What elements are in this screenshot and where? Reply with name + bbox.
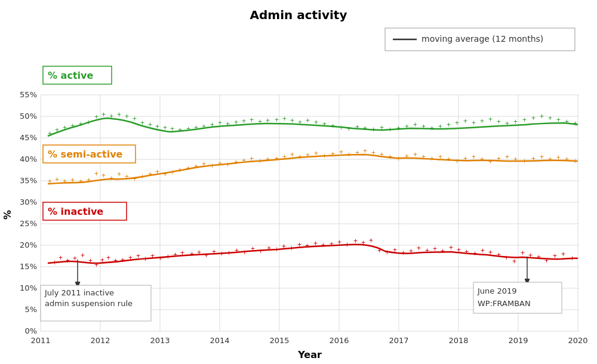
svg-text:+: +: [251, 245, 255, 253]
x-tick-2016: 2016: [329, 336, 349, 345]
svg-text:+: +: [212, 248, 216, 256]
svg-text:+: +: [531, 155, 536, 163]
inactive-label: % inactive: [48, 206, 103, 217]
annotation-2-line1: June 2019: [477, 286, 517, 295]
y-tick-20: 20%: [20, 240, 37, 249]
svg-text:+: +: [361, 239, 365, 247]
y-tick-0: 0%: [24, 326, 37, 335]
svg-text:+: +: [186, 125, 190, 133]
svg-text:+: +: [505, 153, 509, 161]
y-tick-50: 50%: [20, 112, 37, 121]
svg-text:+: +: [480, 117, 484, 125]
svg-text:+: +: [275, 155, 279, 163]
svg-text:+: +: [380, 150, 384, 159]
svg-text:+: +: [463, 155, 467, 163]
annotation-1-line2: admin suspension rule: [45, 299, 133, 308]
svg-text:+: +: [204, 251, 208, 260]
svg-text:+: +: [561, 250, 565, 258]
y-tick-40: 40%: [20, 155, 37, 164]
annotation-2-line2: WP:FRAMBAN: [478, 299, 531, 308]
svg-text:+: +: [218, 159, 222, 168]
y-tick-10: 10%: [20, 283, 37, 292]
x-tick-2014: 2014: [210, 336, 229, 345]
svg-text:+: +: [447, 121, 451, 129]
svg-text:+: +: [548, 114, 552, 122]
y-tick-30: 30%: [20, 198, 37, 206]
svg-text:+: +: [305, 242, 309, 250]
y-tick-35: 35%: [20, 176, 37, 185]
svg-text:+: +: [87, 176, 91, 184]
y-tick-25: 25%: [20, 219, 37, 228]
svg-text:+: +: [242, 156, 246, 165]
svg-text:+: +: [455, 119, 459, 127]
svg-text:+: +: [113, 257, 118, 265]
svg-text:+: +: [258, 118, 262, 126]
svg-text:+: +: [409, 247, 413, 255]
svg-text:+: +: [266, 155, 270, 164]
svg-text:+: +: [463, 117, 467, 125]
svg-text:+: +: [117, 110, 121, 119]
svg-text:+: +: [421, 122, 426, 131]
x-tick-2019: 2019: [508, 336, 528, 345]
svg-text:+: +: [497, 251, 501, 259]
svg-text:+: +: [282, 153, 287, 161]
chart-title: Admin activity: [250, 8, 347, 22]
svg-text:+: +: [117, 170, 121, 178]
active-label: % active: [48, 70, 93, 81]
svg-text:+: +: [330, 240, 334, 248]
svg-text:+: +: [202, 122, 206, 131]
svg-text:+: +: [282, 115, 287, 123]
x-tick-2015: 2015: [269, 336, 289, 345]
svg-text:+: +: [417, 244, 421, 252]
x-tick-2013: 2013: [150, 336, 170, 345]
svg-text:+: +: [548, 155, 552, 164]
svg-text:+: +: [106, 254, 110, 262]
svg-text:+: +: [70, 122, 75, 130]
svg-text:+: +: [158, 254, 162, 263]
svg-text:+: +: [405, 122, 409, 131]
svg-text:+: +: [63, 177, 67, 186]
svg-text:+: +: [133, 115, 137, 123]
svg-text:+: +: [173, 251, 177, 259]
svg-text:+: +: [521, 249, 525, 257]
svg-text:+: +: [363, 124, 367, 132]
svg-text:+: +: [537, 253, 541, 261]
x-tick-2017: 2017: [389, 336, 408, 345]
x-tick-2011: 2011: [30, 336, 50, 345]
svg-text:+: +: [405, 152, 409, 161]
x-tick-2020: 2020: [568, 336, 587, 345]
svg-text:+: +: [94, 261, 99, 269]
svg-text:+: +: [298, 118, 302, 127]
svg-text:+: +: [81, 251, 85, 260]
svg-text:+: +: [449, 243, 453, 252]
svg-text:+: +: [488, 158, 493, 166]
x-tick-2018: 2018: [448, 336, 468, 345]
svg-text:+: +: [505, 119, 509, 128]
svg-text:+: +: [259, 247, 263, 255]
y-tick-45: 45%: [20, 133, 37, 142]
svg-text:+: +: [79, 177, 83, 186]
svg-text:+: +: [522, 116, 527, 124]
svg-text:+: +: [133, 175, 137, 183]
svg-text:+: +: [369, 236, 373, 245]
chart-container: Admin activity 0% 5% 10% 15%: [0, 0, 597, 364]
svg-text:+: +: [488, 115, 493, 124]
svg-text:+: +: [421, 153, 426, 161]
svg-text:+: +: [59, 254, 63, 262]
svg-text:+: +: [194, 124, 198, 132]
svg-text:+: +: [497, 118, 501, 126]
svg-text:+: +: [472, 119, 476, 127]
x-axis-label: Year: [297, 349, 322, 360]
svg-text:+: +: [497, 155, 501, 163]
y-tick-5: 5%: [24, 305, 37, 314]
svg-text:+: +: [101, 171, 106, 180]
svg-text:+: +: [347, 125, 351, 133]
svg-text:+: +: [565, 155, 569, 164]
legend-label: moving average (12 months): [421, 34, 543, 44]
svg-text:+: +: [306, 116, 310, 125]
svg-text:+: +: [94, 169, 99, 178]
svg-text:+: +: [441, 247, 445, 255]
svg-text:+: +: [178, 126, 182, 134]
svg-text:+: +: [480, 155, 484, 164]
y-tick-15: 15%: [20, 262, 37, 271]
